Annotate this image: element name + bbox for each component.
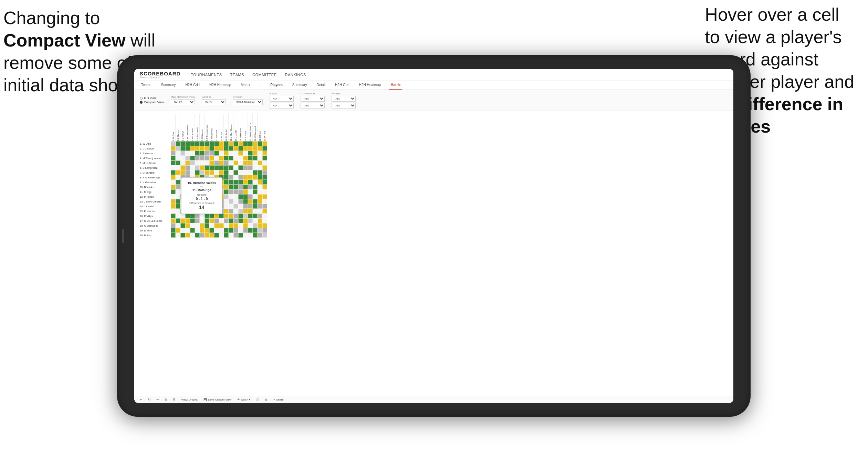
grid-cell-4-20[interactable] [262, 156, 267, 160]
grid-cell-8-19[interactable] [258, 175, 262, 180]
grid-cell-16-9[interactable] [209, 214, 214, 218]
grid-cell-17-15[interactable] [238, 218, 243, 223]
grid-cell-20-18[interactable] [253, 233, 258, 238]
grid-cell-18-10[interactable] [214, 223, 219, 228]
grid-cell-17-16[interactable] [243, 218, 248, 223]
grid-cell-4-18[interactable] [253, 156, 258, 160]
grid-cell-1-16[interactable] [243, 141, 248, 146]
grid-cell-5-20[interactable] [262, 160, 267, 165]
undo2-button[interactable]: ↩ [156, 398, 159, 401]
grid-cell-7-20[interactable] [262, 170, 267, 175]
grid-cell-1-11[interactable] [219, 141, 224, 146]
nav-teams[interactable]: TEAMS [230, 73, 244, 77]
grid-cell-3-11[interactable] [219, 151, 224, 156]
grid-cell-17-8[interactable] [205, 218, 209, 223]
grid-cell-15-12[interactable] [224, 209, 229, 214]
tab-h2h-grid[interactable]: H2H Grid [184, 81, 201, 90]
grid-cell-8-2[interactable] [176, 175, 180, 180]
share-panel-button[interactable]: ⬜ [256, 398, 259, 401]
grid-cell-7-5[interactable] [190, 170, 195, 175]
grid-cell-17-11[interactable] [219, 218, 224, 223]
grid-cell-4-11[interactable] [219, 156, 224, 160]
grid-cell-8-17[interactable] [248, 175, 253, 180]
grid-cell-16-6[interactable] [195, 214, 200, 218]
grid-cell-1-4[interactable] [185, 141, 190, 146]
grid-cell-20-13[interactable] [229, 233, 233, 238]
grid-cell-12-1[interactable] [171, 194, 176, 199]
grid-cell-1-15[interactable] [238, 141, 243, 146]
grid-cell-7-13[interactable] [229, 170, 233, 175]
grid-cell-3-18[interactable] [253, 151, 258, 156]
grid-cell-9-13[interactable] [229, 180, 233, 185]
grid-cell-20-19[interactable] [258, 233, 262, 238]
grid-cell-3-1[interactable] [171, 151, 176, 156]
grid-cell-2-2[interactable] [176, 146, 180, 151]
grid-cell-9-15[interactable] [238, 180, 243, 185]
grid-cell-14-18[interactable] [253, 204, 258, 209]
grid-cell-10-14[interactable] [233, 185, 238, 189]
grid-cell-8-16[interactable] [243, 175, 248, 180]
grid-cell-16-20[interactable] [262, 214, 267, 218]
matrix-container[interactable]: 1. W Ding 2. L Clanton 3. J Koivun 4. M … [134, 111, 733, 396]
grid-cell-7-12[interactable] [224, 170, 229, 175]
settings-button[interactable]: ⚙ [173, 398, 176, 401]
grid-cell-16-11[interactable] [219, 214, 224, 218]
grid-cell-4-3[interactable] [180, 156, 185, 160]
grid-cell-4-2[interactable] [176, 156, 180, 160]
max-players-select[interactable]: Top 25 [171, 99, 195, 105]
grid-cell-20-2[interactable] [176, 233, 180, 238]
grid-cell-6-13[interactable] [229, 165, 233, 170]
grid-cell-7-6[interactable] [195, 170, 200, 175]
grid-cell-12-17[interactable] [248, 194, 253, 199]
grid-cell-5-19[interactable] [258, 160, 262, 165]
grid-cell-16-4[interactable] [185, 214, 190, 218]
grid-cell-5-9[interactable] [209, 160, 214, 165]
grid-cell-11-13[interactable] [229, 189, 233, 194]
grid-cell-3-19[interactable] [258, 151, 262, 156]
grid-cell-4-1[interactable] [171, 156, 176, 160]
grid-cell-20-3[interactable] [180, 233, 185, 238]
players-select2[interactable]: (All) [332, 103, 356, 108]
grid-cell-14-12[interactable] [224, 204, 229, 209]
grid-cell-17-13[interactable] [229, 218, 233, 223]
region-select2[interactable]: N/A [270, 103, 294, 108]
grid-cell-4-16[interactable] [243, 156, 248, 160]
grid-cell-18-2[interactable] [176, 223, 180, 228]
zoom-button[interactable]: ⊕ [165, 398, 167, 401]
grid-cell-4-12[interactable] [224, 156, 229, 160]
grid-cell-9-12[interactable] [224, 180, 229, 185]
grid-cell-17-6[interactable] [195, 218, 200, 223]
grid-cell-19-4[interactable] [185, 228, 190, 233]
grid-cell-6-12[interactable] [224, 165, 229, 170]
grid-cell-4-10[interactable] [214, 156, 219, 160]
grid-cell-16-17[interactable] [248, 214, 253, 218]
grid-cell-14-20[interactable] [262, 204, 267, 209]
grid-cell-14-17[interactable] [248, 204, 253, 209]
grid-cell-18-16[interactable] [243, 223, 248, 228]
grid-cell-13-2[interactable] [176, 199, 180, 204]
grid-cell-1-7[interactable] [200, 141, 205, 146]
grid-cell-5-15[interactable] [238, 160, 243, 165]
grid-cell-7-2[interactable] [176, 170, 180, 175]
grid-cell-2-10[interactable] [214, 146, 219, 151]
tab-h2h-heatmap[interactable]: H2H Heatmap [208, 81, 232, 90]
grid-cell-11-2[interactable] [176, 189, 180, 194]
grid-cell-4-6[interactable] [195, 156, 200, 160]
grid-cell-5-14[interactable] [233, 160, 238, 165]
grid-cell-1-19[interactable] [258, 141, 262, 146]
grid-cell-15-13[interactable] [229, 209, 233, 214]
grid-cell-20-10[interactable] [214, 233, 219, 238]
grid-cell-2-7[interactable] [200, 146, 205, 151]
grid-cell-20-16[interactable] [243, 233, 248, 238]
grid-cell-20-11[interactable] [219, 233, 224, 238]
grid-cell-18-3[interactable] [180, 223, 185, 228]
grid-cell-4-5[interactable] [190, 156, 195, 160]
grid-cell-7-4[interactable] [185, 170, 190, 175]
grid-cell-11-16[interactable] [243, 189, 248, 194]
grid-cell-2-8[interactable] [205, 146, 209, 151]
grid-cell-2-20[interactable] [262, 146, 267, 151]
grid-cell-18-5[interactable] [190, 223, 195, 228]
grid-cell-6-18[interactable] [253, 165, 258, 170]
grid-cell-7-14[interactable] [233, 170, 238, 175]
grid-cell-4-8[interactable] [205, 156, 209, 160]
